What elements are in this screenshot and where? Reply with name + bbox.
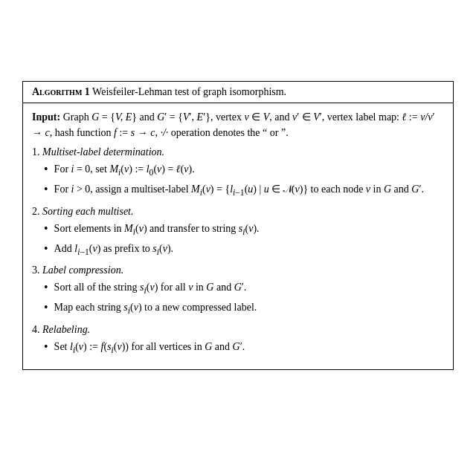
bullet-text: Set li(v) := f(si(v)) for all vertices i… xyxy=(54,339,444,357)
list-item: • For i > 0, assign a multiset-label Mi(… xyxy=(44,181,444,200)
bullet-icon: • xyxy=(44,181,48,198)
section-4-title: 4. Relabeling. xyxy=(32,324,444,336)
list-item: • Sort all of the string si(v) for all v… xyxy=(44,279,444,298)
bullet-text: Sort elements in Mi(v) and transfer to s… xyxy=(54,221,444,239)
input-section: Input: Graph G = {V, E} and G′ = {V′, E′… xyxy=(32,109,444,140)
bullet-icon: • xyxy=(44,241,48,257)
section-3-title: 3. Label compression. xyxy=(32,265,444,276)
list-item: • Sort elements in Mi(v) and transfer to… xyxy=(44,221,444,239)
section-2-title: 2. Sorting each multiset. xyxy=(32,206,444,218)
list-item: • For i = 0, set Mi(v) := l0(v) = ℓ(v). xyxy=(44,161,444,180)
list-item: • Add li−1(v) as prefix to si(v). xyxy=(44,241,444,259)
bullet-icon: • xyxy=(44,299,48,316)
algorithm-container: Algorithm 1 Weisfeiler-Lehman test of gr… xyxy=(22,81,454,370)
bullet-text: For i > 0, assign a multiset-label Mi(v)… xyxy=(54,181,444,200)
section-2-bullets: • Sort elements in Mi(v) and transfer to… xyxy=(32,221,444,259)
bullet-text: Add li−1(v) as prefix to si(v). xyxy=(54,241,444,259)
section-1-bullets: • For i = 0, set Mi(v) := l0(v) = ℓ(v). … xyxy=(32,161,444,200)
list-item: • Map each string si(v) to a new compres… xyxy=(44,299,444,318)
bullet-text: Sort all of the string si(v) for all v i… xyxy=(54,279,444,298)
bullet-icon: • xyxy=(44,221,48,237)
bullet-text: Map each string si(v) to a new compresse… xyxy=(54,299,444,318)
input-text: Graph G = {V, E} and G′ = {V′, E′}, vert… xyxy=(32,111,435,138)
list-item: • Set li(v) := f(si(v)) for all vertices… xyxy=(44,339,444,357)
section-4-bullets: • Set li(v) := f(si(v)) for all vertices… xyxy=(32,339,444,357)
input-label: Input: xyxy=(32,111,60,123)
section-3-bullets: • Sort all of the string si(v) for all v… xyxy=(32,279,444,318)
algorithm-label: Algorithm 1 xyxy=(32,86,90,97)
bullet-icon: • xyxy=(44,161,48,178)
section-3: 3. Label compression. • Sort all of the … xyxy=(32,265,444,318)
section-1: 1. Multiset-label determination. • For i… xyxy=(32,146,444,200)
bullet-icon: • xyxy=(44,339,48,355)
algorithm-title: Weisfeiler-Lehman test of graph isomorph… xyxy=(92,86,286,97)
algorithm-body: Input: Graph G = {V, E} and G′ = {V′, E′… xyxy=(23,103,453,369)
algorithm-header: Algorithm 1 Weisfeiler-Lehman test of gr… xyxy=(23,82,453,103)
section-1-title: 1. Multiset-label determination. xyxy=(32,146,444,158)
section-4: 4. Relabeling. • Set li(v) := f(si(v)) f… xyxy=(32,324,444,357)
section-2: 2. Sorting each multiset. • Sort element… xyxy=(32,206,444,259)
bullet-text: For i = 0, set Mi(v) := l0(v) = ℓ(v). xyxy=(54,161,444,180)
bullet-icon: • xyxy=(44,279,48,296)
